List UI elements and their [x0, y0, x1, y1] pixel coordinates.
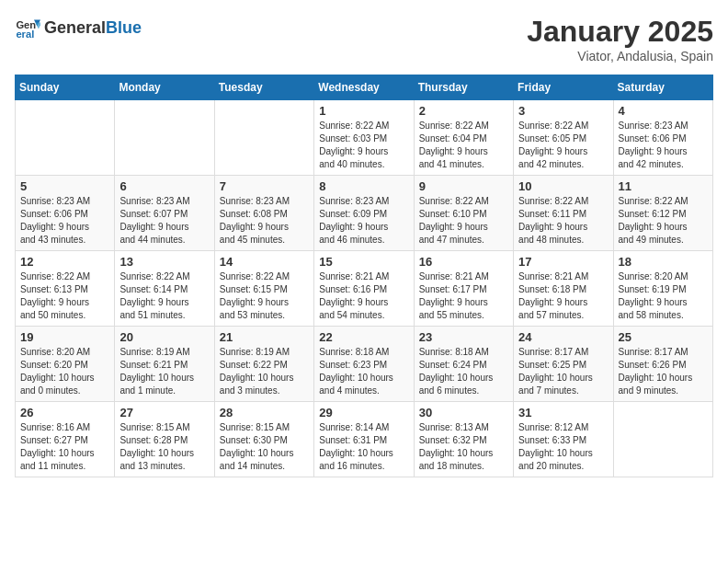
calendar-week-3: 12Sunrise: 8:22 AM Sunset: 6:13 PM Dayli…: [16, 251, 713, 327]
day-info: Sunrise: 8:19 AM Sunset: 6:21 PM Dayligh…: [119, 346, 209, 397]
calendar-cell: 9Sunrise: 8:22 AM Sunset: 6:10 PM Daylig…: [414, 176, 513, 251]
calendar-cell: 10Sunrise: 8:22 AM Sunset: 6:11 PM Dayli…: [514, 176, 613, 251]
calendar-cell: [214, 100, 313, 176]
header-tuesday: Tuesday: [214, 75, 313, 100]
calendar-cell: [115, 100, 214, 176]
day-info: Sunrise: 8:22 AM Sunset: 6:15 PM Dayligh…: [220, 270, 309, 322]
day-number: 22: [319, 330, 408, 344]
day-number: 30: [419, 406, 508, 419]
day-info: Sunrise: 8:22 AM Sunset: 6:05 PM Dayligh…: [518, 120, 608, 171]
day-info: Sunrise: 8:18 AM Sunset: 6:24 PM Dayligh…: [419, 346, 508, 397]
calendar-cell: 24Sunrise: 8:17 AM Sunset: 6:25 PM Dayli…: [514, 327, 613, 402]
day-info: Sunrise: 8:22 AM Sunset: 6:13 PM Dayligh…: [20, 270, 109, 322]
calendar-cell: 31Sunrise: 8:12 AM Sunset: 6:33 PM Dayli…: [514, 402, 613, 477]
day-number: 9: [419, 179, 508, 193]
calendar-cell: 27Sunrise: 8:15 AM Sunset: 6:28 PM Dayli…: [115, 402, 214, 477]
day-number: 16: [419, 255, 508, 269]
calendar-table: Sunday Monday Tuesday Wednesday Thursday…: [15, 75, 713, 477]
header-saturday: Saturday: [613, 75, 712, 100]
calendar-cell: 15Sunrise: 8:21 AM Sunset: 6:16 PM Dayli…: [314, 251, 414, 327]
day-info: Sunrise: 8:22 AM Sunset: 6:04 PM Dayligh…: [419, 120, 508, 171]
header-sunday: Sunday: [16, 75, 115, 100]
day-number: 23: [419, 330, 508, 344]
day-info: Sunrise: 8:20 AM Sunset: 6:19 PM Dayligh…: [619, 270, 708, 322]
header-monday: Monday: [115, 75, 214, 100]
svg-marker-3: [35, 22, 40, 29]
calendar-cell: 3Sunrise: 8:22 AM Sunset: 6:05 PM Daylig…: [514, 100, 613, 176]
day-number: 4: [619, 104, 708, 118]
day-number: 25: [619, 330, 708, 344]
calendar-cell: 21Sunrise: 8:19 AM Sunset: 6:22 PM Dayli…: [214, 327, 313, 402]
header-wednesday: Wednesday: [314, 75, 414, 100]
day-info: Sunrise: 8:15 AM Sunset: 6:30 PM Dayligh…: [220, 421, 309, 473]
calendar-cell: 18Sunrise: 8:20 AM Sunset: 6:19 PM Dayli…: [613, 251, 712, 327]
header-friday: Friday: [514, 75, 613, 100]
day-number: 13: [119, 255, 209, 269]
day-info: Sunrise: 8:21 AM Sunset: 6:18 PM Dayligh…: [518, 270, 608, 322]
logo-icon: Gen eral: [15, 15, 40, 40]
calendar-week-1: 1Sunrise: 8:22 AM Sunset: 6:03 PM Daylig…: [16, 100, 713, 176]
calendar-cell: 22Sunrise: 8:18 AM Sunset: 6:23 PM Dayli…: [314, 327, 414, 402]
day-info: Sunrise: 8:19 AM Sunset: 6:22 PM Dayligh…: [220, 346, 309, 397]
day-number: 10: [518, 179, 608, 193]
day-number: 15: [319, 255, 408, 269]
day-info: Sunrise: 8:23 AM Sunset: 6:06 PM Dayligh…: [619, 120, 708, 171]
weekday-header-row: Sunday Monday Tuesday Wednesday Thursday…: [16, 75, 713, 100]
day-number: 27: [119, 406, 209, 419]
calendar-week-4: 19Sunrise: 8:20 AM Sunset: 6:20 PM Dayli…: [16, 327, 713, 402]
logo: Gen eral GeneralBlue: [15, 15, 142, 40]
title-block: January 2025 Viator, Andalusia, Spain: [527, 15, 713, 63]
calendar-week-5: 26Sunrise: 8:16 AM Sunset: 6:27 PM Dayli…: [16, 402, 713, 477]
day-info: Sunrise: 8:21 AM Sunset: 6:17 PM Dayligh…: [419, 270, 508, 322]
day-number: 31: [518, 406, 608, 419]
day-number: 7: [220, 179, 309, 193]
day-number: 21: [220, 330, 309, 344]
day-number: 8: [319, 179, 408, 193]
day-number: 5: [20, 179, 109, 193]
calendar-cell: 16Sunrise: 8:21 AM Sunset: 6:17 PM Dayli…: [414, 251, 513, 327]
day-number: 20: [119, 330, 209, 344]
day-number: 3: [518, 104, 608, 118]
day-info: Sunrise: 8:22 AM Sunset: 6:03 PM Dayligh…: [319, 120, 408, 171]
day-info: Sunrise: 8:20 AM Sunset: 6:20 PM Dayligh…: [20, 346, 109, 397]
day-info: Sunrise: 8:22 AM Sunset: 6:10 PM Dayligh…: [419, 195, 508, 247]
calendar-cell: 5Sunrise: 8:23 AM Sunset: 6:06 PM Daylig…: [16, 176, 115, 251]
calendar-cell: 28Sunrise: 8:15 AM Sunset: 6:30 PM Dayli…: [214, 402, 313, 477]
day-info: Sunrise: 8:21 AM Sunset: 6:16 PM Dayligh…: [319, 270, 408, 322]
day-number: 1: [319, 104, 408, 118]
day-info: Sunrise: 8:13 AM Sunset: 6:32 PM Dayligh…: [419, 421, 508, 473]
calendar-cell: 14Sunrise: 8:22 AM Sunset: 6:15 PM Dayli…: [214, 251, 313, 327]
day-number: 2: [419, 104, 508, 118]
day-info: Sunrise: 8:23 AM Sunset: 6:09 PM Dayligh…: [319, 195, 408, 247]
day-info: Sunrise: 8:18 AM Sunset: 6:23 PM Dayligh…: [319, 346, 408, 397]
calendar-cell: 6Sunrise: 8:23 AM Sunset: 6:07 PM Daylig…: [115, 176, 214, 251]
day-info: Sunrise: 8:17 AM Sunset: 6:25 PM Dayligh…: [518, 346, 608, 397]
day-number: 28: [220, 406, 309, 419]
page-header: Gen eral GeneralBlue January 2025 Viator…: [15, 15, 713, 63]
calendar-cell: 13Sunrise: 8:22 AM Sunset: 6:14 PM Dayli…: [115, 251, 214, 327]
day-number: 19: [20, 330, 109, 344]
calendar-title: January 2025: [527, 15, 713, 49]
calendar-cell: [16, 100, 115, 176]
day-info: Sunrise: 8:22 AM Sunset: 6:12 PM Dayligh…: [619, 195, 708, 247]
day-number: 6: [119, 179, 209, 193]
day-info: Sunrise: 8:16 AM Sunset: 6:27 PM Dayligh…: [20, 421, 109, 473]
calendar-cell: 29Sunrise: 8:14 AM Sunset: 6:31 PM Dayli…: [314, 402, 414, 477]
calendar-cell: 19Sunrise: 8:20 AM Sunset: 6:20 PM Dayli…: [16, 327, 115, 402]
calendar-cell: 12Sunrise: 8:22 AM Sunset: 6:13 PM Dayli…: [16, 251, 115, 327]
calendar-cell: 30Sunrise: 8:13 AM Sunset: 6:32 PM Dayli…: [414, 402, 513, 477]
svg-text:eral: eral: [16, 29, 34, 40]
day-info: Sunrise: 8:23 AM Sunset: 6:07 PM Dayligh…: [119, 195, 209, 247]
calendar-cell: 7Sunrise: 8:23 AM Sunset: 6:08 PM Daylig…: [214, 176, 313, 251]
calendar-cell: 11Sunrise: 8:22 AM Sunset: 6:12 PM Dayli…: [613, 176, 712, 251]
calendar-location: Viator, Andalusia, Spain: [527, 49, 713, 63]
header-thursday: Thursday: [414, 75, 513, 100]
calendar-cell: [613, 402, 712, 477]
calendar-cell: 4Sunrise: 8:23 AM Sunset: 6:06 PM Daylig…: [613, 100, 712, 176]
day-info: Sunrise: 8:22 AM Sunset: 6:14 PM Dayligh…: [119, 270, 209, 322]
day-number: 26: [20, 406, 109, 419]
logo-text: GeneralBlue: [44, 18, 142, 38]
calendar-cell: 25Sunrise: 8:17 AM Sunset: 6:26 PM Dayli…: [613, 327, 712, 402]
calendar-cell: 26Sunrise: 8:16 AM Sunset: 6:27 PM Dayli…: [16, 402, 115, 477]
day-info: Sunrise: 8:23 AM Sunset: 6:06 PM Dayligh…: [20, 195, 109, 247]
